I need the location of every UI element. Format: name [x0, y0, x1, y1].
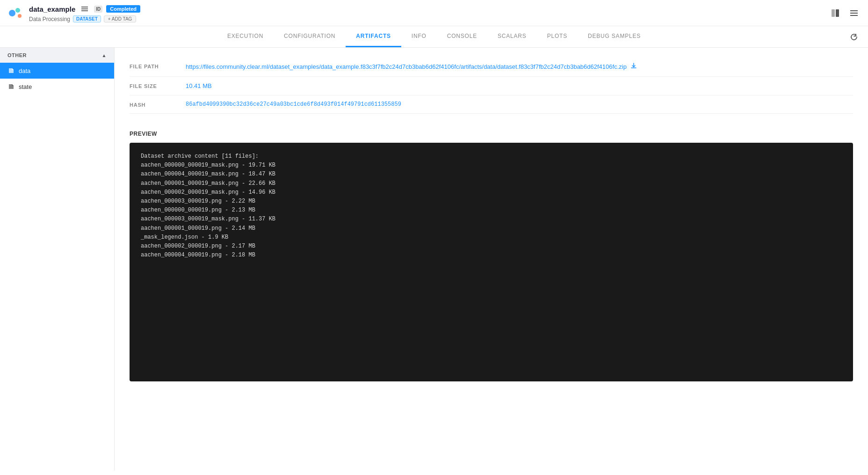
- svg-rect-8: [850, 10, 858, 11]
- tab-console[interactable]: CONSOLE: [437, 26, 487, 47]
- tab-plots[interactable]: PLOTS: [537, 26, 578, 47]
- tab-configuration[interactable]: CONFIGURATION: [274, 26, 346, 47]
- file-path-text[interactable]: https://files.community.clear.ml/dataset…: [186, 63, 627, 70]
- sidebar-label-data: data: [19, 67, 30, 74]
- id-icon-btn[interactable]: ID: [94, 6, 102, 13]
- file-icon-state: [7, 83, 15, 90]
- svg-rect-9: [850, 13, 858, 14]
- panel-toggle-button[interactable]: [829, 7, 842, 20]
- subtitle-text: Data Processing: [29, 16, 70, 22]
- hash-label: HASH: [130, 101, 176, 108]
- file-path-row: FILE PATH https://files.community.clear.…: [130, 57, 853, 77]
- sidebar: OTHER data state: [0, 48, 115, 471]
- header-right: [829, 7, 861, 20]
- preview-content: Dataset archive content [11 files]: aach…: [130, 143, 853, 381]
- title-section: data_example ID Completed Data Processin…: [29, 3, 140, 22]
- svg-point-0: [9, 10, 15, 16]
- header-left: data_example ID Completed Data Processin…: [7, 3, 140, 22]
- tab-debug-samples[interactable]: DEBUG SAMPLES: [578, 26, 651, 47]
- tab-scalars[interactable]: SCALARS: [487, 26, 537, 47]
- refresh-button[interactable]: [847, 30, 861, 44]
- tab-artifacts[interactable]: ARTIFACTS: [346, 26, 401, 47]
- top-header: data_example ID Completed Data Processin…: [0, 0, 868, 26]
- file-size-row: FILE SIZE 10.41 MB: [130, 77, 853, 95]
- file-path-value: https://files.community.clear.ml/dataset…: [186, 63, 853, 71]
- hash-row: HASH 86afbd4099390bc32d36ce27c49a03bc1cd…: [130, 95, 853, 114]
- file-size-label: FILE SIZE: [130, 82, 176, 89]
- app-logo: [7, 5, 24, 22]
- main-layout: OTHER data state: [0, 48, 868, 471]
- preview-section: PREVIEW Dataset archive content [11 file…: [115, 123, 868, 396]
- sidebar-item-state[interactable]: state: [0, 79, 114, 95]
- svg-rect-5: [81, 10, 88, 11]
- file-size-text: 10.41 MB: [186, 82, 212, 89]
- svg-rect-3: [81, 7, 88, 7]
- list-icon-btn[interactable]: [79, 3, 90, 15]
- file-size-value: 10.41 MB: [186, 82, 853, 89]
- hash-text: 86afbd4099390bc32d36ce27c49a03bc1cde6f8d…: [186, 101, 401, 108]
- hash-value: 86afbd4099390bc32d36ce27c49a03bc1cde6f8d…: [186, 101, 853, 108]
- download-icon[interactable]: [630, 63, 637, 71]
- add-tag-button[interactable]: + ADD TAG: [104, 15, 137, 22]
- svg-rect-4: [81, 8, 88, 9]
- file-icon-data: [7, 67, 15, 74]
- status-badge: Completed: [106, 5, 140, 13]
- nav-bar-wrapper: EXECUTION CONFIGURATION ARTIFACTS INFO C…: [0, 26, 868, 48]
- nav-tabs: EXECUTION CONFIGURATION ARTIFACTS INFO C…: [0, 26, 868, 48]
- svg-rect-7: [836, 9, 839, 17]
- svg-rect-10: [850, 15, 858, 16]
- content-area: FILE PATH https://files.community.clear.…: [115, 48, 868, 471]
- tab-info[interactable]: INFO: [401, 26, 437, 47]
- svg-point-2: [18, 14, 22, 18]
- sidebar-section-other[interactable]: OTHER: [0, 48, 114, 63]
- menu-button[interactable]: [847, 7, 861, 20]
- svg-rect-6: [832, 9, 835, 17]
- sidebar-section-label: OTHER: [7, 52, 27, 58]
- artifact-details: FILE PATH https://files.community.clear.…: [115, 48, 868, 123]
- sidebar-item-data[interactable]: data: [0, 63, 114, 79]
- sidebar-collapse-icon: [102, 52, 107, 58]
- tab-execution[interactable]: EXECUTION: [217, 26, 274, 47]
- preview-title: PREVIEW: [130, 131, 853, 137]
- svg-point-1: [15, 8, 20, 13]
- dataset-tag: DATASET: [73, 15, 101, 22]
- subtitle-row: Data Processing DATASET + ADD TAG: [29, 15, 140, 22]
- task-name: data_example: [29, 5, 75, 13]
- task-title-row: data_example ID Completed: [29, 3, 140, 15]
- file-path-label: FILE PATH: [130, 63, 176, 69]
- sidebar-label-state: state: [19, 83, 32, 90]
